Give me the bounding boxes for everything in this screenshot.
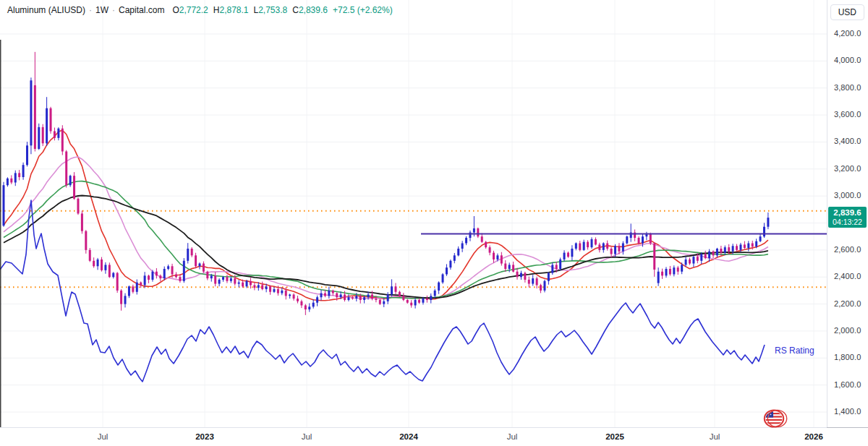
price-axis-label: 3,000.0 xyxy=(834,191,861,200)
candle-up xyxy=(434,291,436,296)
last-price-badge[interactable]: 2,839.6 04:13:22 xyxy=(828,207,867,228)
candle-down xyxy=(567,253,569,257)
candle-up xyxy=(144,275,146,285)
candle-down xyxy=(485,242,487,247)
candle-down xyxy=(501,255,503,263)
candle-down xyxy=(73,176,75,199)
candle-up xyxy=(716,249,718,255)
candle-down xyxy=(195,255,197,266)
candle-down xyxy=(677,267,679,272)
candle-up xyxy=(473,228,475,233)
candle-down xyxy=(18,173,20,177)
candle-down xyxy=(50,108,52,132)
candle-down xyxy=(556,265,558,269)
price-axis-label: 2,600.0 xyxy=(834,245,861,254)
candle-up xyxy=(391,286,393,294)
candle-up xyxy=(681,265,683,271)
candle-up xyxy=(387,294,389,301)
candle-down xyxy=(379,300,381,304)
candle-down xyxy=(536,278,538,285)
candle-up xyxy=(548,273,550,281)
symbol-title[interactable]: Aluminum (ALIUSD) xyxy=(7,5,85,15)
candle-down xyxy=(93,261,95,266)
price-axis-label: 3,400.0 xyxy=(834,137,861,145)
time-axis[interactable]: Jul2023Jul2024Jul2025Jul2026 xyxy=(0,427,827,446)
candle-up xyxy=(763,227,765,236)
candle-down xyxy=(689,260,691,264)
candle-down xyxy=(336,293,338,298)
candle-down xyxy=(728,247,730,252)
candle-down xyxy=(407,300,409,303)
currency-toggle-button[interactable]: USD xyxy=(830,4,864,20)
candle-up xyxy=(603,244,605,250)
candle-down xyxy=(610,249,613,254)
price-axis[interactable]: 2,839.6 04:13:22 4,200.04,000.03,800.03,… xyxy=(827,0,868,427)
candle-down xyxy=(399,292,401,296)
candle-down xyxy=(650,233,652,243)
candle-down xyxy=(418,300,420,303)
candle-up xyxy=(273,289,275,292)
chart-root: Aluminum (ALIUSD) · 1W · Capital.com O2,… xyxy=(0,0,868,446)
candle-down xyxy=(34,85,36,149)
interval-label[interactable]: 1W xyxy=(95,5,109,15)
legend-separator: · xyxy=(89,5,92,15)
candle-down xyxy=(300,301,302,306)
candle-up xyxy=(199,264,201,267)
symbol-legend: Aluminum (ALIUSD) · 1W · Capital.com O2,… xyxy=(7,5,393,15)
candle-down xyxy=(305,305,307,309)
candle-down xyxy=(477,228,479,236)
candle-down xyxy=(226,277,228,281)
candle-up xyxy=(422,299,424,303)
candle-up xyxy=(104,265,106,270)
plot-area[interactable] xyxy=(0,0,827,427)
candle-up xyxy=(449,261,451,267)
candle-down xyxy=(540,285,542,290)
candle-down xyxy=(410,303,412,306)
candle-down xyxy=(250,281,252,286)
price-chart-canvas[interactable] xyxy=(0,0,868,446)
candle-up xyxy=(136,283,138,292)
candle-up xyxy=(128,286,130,296)
candle-down xyxy=(65,152,67,186)
candle-up xyxy=(363,297,365,300)
candle-up xyxy=(520,273,522,278)
rs-rating-label: RS Rating xyxy=(775,346,814,356)
candle-down xyxy=(752,244,754,247)
price-axis-label: 4,000.0 xyxy=(834,56,861,64)
candle-down xyxy=(395,286,397,291)
candle-down xyxy=(132,286,134,291)
candle-up xyxy=(26,145,28,165)
time-axis-month-label: Jul xyxy=(302,432,312,441)
candle-up xyxy=(22,165,25,177)
candle-up xyxy=(355,296,357,299)
candle-up xyxy=(320,293,323,298)
candle-up xyxy=(626,236,628,243)
candle-down xyxy=(85,231,87,250)
candle-down xyxy=(120,291,122,304)
candle-up xyxy=(30,80,32,145)
price-axis-label: 4,200.0 xyxy=(834,29,861,38)
candle-up xyxy=(57,129,59,138)
price-axis-label: 2,400.0 xyxy=(834,272,861,280)
candle-up xyxy=(124,296,127,304)
candle-up xyxy=(724,247,726,252)
candle-up xyxy=(289,294,291,296)
candle-up xyxy=(509,265,511,269)
price-axis-label: 3,600.0 xyxy=(834,110,861,119)
candle-down xyxy=(148,275,150,280)
candle-down xyxy=(512,265,514,271)
candle-down xyxy=(359,296,362,300)
candle-down xyxy=(493,253,495,260)
candle-down xyxy=(712,252,715,256)
candle-down xyxy=(598,244,600,249)
candle-up xyxy=(571,249,573,257)
candle-up xyxy=(583,242,585,250)
candle-down xyxy=(371,294,373,299)
candle-down xyxy=(332,291,334,293)
candle-up xyxy=(563,253,566,260)
exchange-label[interactable]: Capital.com xyxy=(119,5,164,15)
candle-down xyxy=(206,272,208,278)
candle-down xyxy=(140,283,142,286)
candle-down xyxy=(77,199,79,214)
candle-down xyxy=(744,244,746,248)
